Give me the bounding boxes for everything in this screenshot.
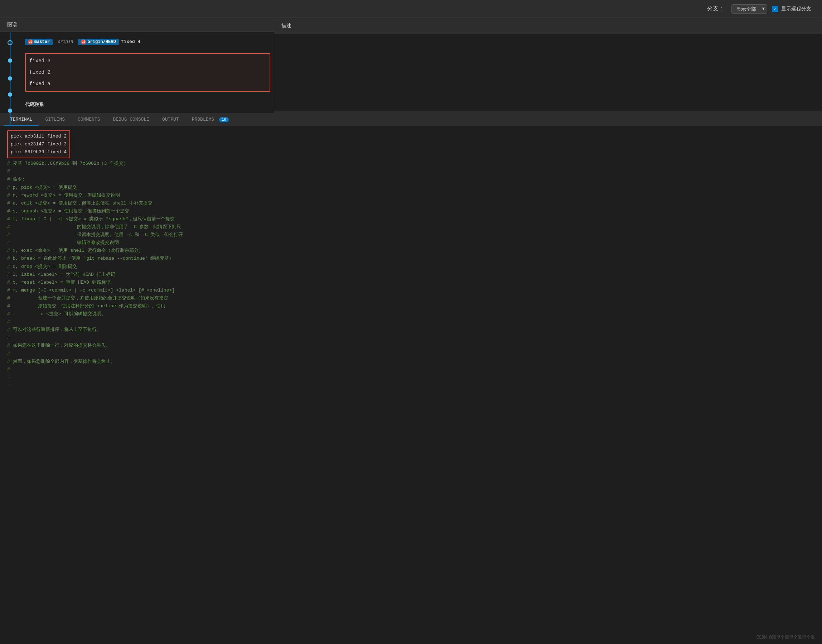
red-box-row-2[interactable]: fixed a bbox=[29, 78, 266, 89]
terminal-line-0: # 变基 7c6002b..86f9b39 到 7c6002b（3 个提交） bbox=[7, 160, 815, 168]
graph-content: ⎇ master origin ⎇ origin/HEAD fixed 4 bbox=[0, 32, 274, 113]
svg-point-3 bbox=[8, 76, 12, 81]
desc-col-header: 描述 bbox=[274, 18, 822, 34]
svg-point-5 bbox=[8, 109, 12, 113]
terminal-line-22: # bbox=[7, 334, 815, 342]
terminal-line-15: # t, reset <label> = 重置 HEAD 到该标记 bbox=[7, 279, 815, 287]
terminal-line-14: # l, label <label> = 为当前 HEAD 打上标记 bbox=[7, 271, 815, 279]
terminal-panel: TERMINAL GITLENS COMMENTS DEBUG CONSOLE … bbox=[0, 111, 822, 644]
graph-col-header: 图谱 bbox=[0, 18, 274, 32]
terminal-line-12: # b, break = 在此处停止（使用 'git rebase --cont… bbox=[7, 255, 815, 262]
tab-comments[interactable]: COMMENTS bbox=[71, 114, 106, 126]
terminal-line-19: # . -c <提交> 可以编辑提交说明。 bbox=[7, 310, 815, 318]
remote-branch-label: 显示远程分支 bbox=[781, 6, 811, 12]
git-icon-origin: ⎇ bbox=[81, 39, 86, 44]
terminal-line-26: # bbox=[7, 366, 815, 374]
terminal-red-line-2: pick 86f9b39 fixed 4 bbox=[11, 148, 67, 156]
terminal-line-8: # 的提交说明，除非使用了 -C 参数，此情况下则只 bbox=[7, 223, 815, 231]
badge-origin-head: ⎇ origin/HEAD bbox=[78, 39, 118, 45]
commit-message-fixeda: fixed a bbox=[29, 81, 51, 87]
commit-message-fixed3: fixed 3 bbox=[29, 58, 51, 64]
checkbox-icon[interactable]: ✓ bbox=[772, 6, 778, 12]
branch-label: 分支： bbox=[707, 5, 724, 12]
terminal-line-10: # 编辑器修改提交说明 bbox=[7, 239, 815, 247]
terminal-line-25: # 然而，如果您删除全部内容，变基操作将会终止。 bbox=[7, 358, 815, 366]
branch-select[interactable]: 显示全部 bbox=[732, 4, 767, 14]
terminal-line-4: # r, reword <提交> = 使用提交，但编辑提交说明 bbox=[7, 192, 815, 199]
graph-section: 图谱 bbox=[0, 18, 274, 111]
badge-origin: origin bbox=[55, 39, 76, 45]
terminal-line-20: # bbox=[7, 318, 815, 326]
terminal-red-line-1: pick eb23147 fixed 3 bbox=[11, 140, 67, 148]
tab-problems[interactable]: PROBLEMS 19 bbox=[185, 114, 235, 126]
svg-point-2 bbox=[8, 58, 12, 63]
terminal-line-11: # x, exec <命令> = 使用 shell 运行命令（此行剩余部分） bbox=[7, 247, 815, 255]
top-toolbar: 分支： 显示全部 ▼ ✓ 显示远程分支 bbox=[0, 0, 822, 18]
red-box-row-0[interactable]: fixed 3 bbox=[29, 55, 266, 67]
graph-row-code[interactable]: 代码联系 bbox=[21, 96, 274, 113]
graph-svg bbox=[0, 32, 21, 125]
terminal-line-9: # 保留本提交说明。使用 -c 和 -C 类似，但会打开 bbox=[7, 231, 815, 239]
desc-section: 描述 bbox=[274, 18, 822, 111]
terminal-line-27: ~ bbox=[7, 374, 815, 382]
graph-header-label: 图谱 bbox=[7, 21, 17, 28]
commit-message-fixed2: fixed 2 bbox=[29, 69, 51, 75]
branch-select-wrapper: 显示全部 ▼ bbox=[732, 4, 765, 14]
terminal-line-3: # p, pick <提交> = 使用提交 bbox=[7, 184, 815, 192]
watermark: CSDN @浪里个浪里个浪里个浪 bbox=[756, 634, 815, 641]
terminal-content[interactable]: pick acb3111 fixed 2 pick eb23147 fixed … bbox=[0, 126, 822, 644]
commit-message-fixed4: fixed 4 bbox=[121, 39, 141, 44]
terminal-line-24: # bbox=[7, 350, 815, 358]
badge-master: ⎇ master bbox=[25, 39, 53, 45]
terminal-line-16: # m, merge [-C <commit> | -c <commit>] <… bbox=[7, 287, 815, 294]
remote-branch-check: ✓ 显示远程分支 bbox=[772, 6, 811, 12]
red-box-graph: fixed 3 fixed 2 fixed a bbox=[25, 53, 270, 92]
terminal-line-5: # e, edit <提交> = 使用提交，但停止以便在 shell 中补充提交 bbox=[7, 199, 815, 207]
terminal-line-6: # s, squash <提交> = 使用提交，但挤压到前一个提交 bbox=[7, 207, 815, 215]
terminal-line-17: # . 创建一个合并提交，并使用原始的合并提交说明（如果没有指定 bbox=[7, 294, 815, 302]
tab-gitlens[interactable]: GITLENS bbox=[39, 114, 71, 126]
badge-area: ⎇ master origin ⎇ origin/HEAD fixed 4 bbox=[25, 39, 270, 45]
terminal-line-2: # 命令: bbox=[7, 175, 815, 183]
terminal-red-box: pick acb3111 fixed 2 pick eb23147 fixed … bbox=[7, 130, 70, 158]
terminal-line-13: # d, drop <提交> = 删除提交 bbox=[7, 263, 815, 271]
terminal-line-28: ~ bbox=[7, 382, 815, 389]
tab-debug-console[interactable]: DEBUG CONSOLE bbox=[106, 114, 155, 126]
terminal-line-1: # bbox=[7, 168, 815, 175]
git-icon: ⎇ bbox=[28, 39, 33, 44]
red-box-row-1[interactable]: fixed 2 bbox=[29, 67, 266, 78]
tab-output[interactable]: OUTPUT bbox=[156, 114, 185, 126]
problems-badge: 19 bbox=[219, 117, 229, 122]
main-area: 图谱 bbox=[0, 18, 822, 644]
terminal-lines-container: # 变基 7c6002b..86f9b39 到 7c6002b（3 个提交）##… bbox=[7, 160, 815, 389]
tab-bar: TERMINAL GITLENS COMMENTS DEBUG CONSOLE … bbox=[0, 111, 822, 126]
svg-point-4 bbox=[8, 92, 12, 97]
desc-content bbox=[274, 34, 822, 111]
desc-header-label: 描述 bbox=[282, 23, 291, 29]
terminal-red-line-0: pick acb3111 fixed 2 bbox=[11, 132, 67, 140]
terminal-line-23: # 如果您在这里删除一行，对应的提交将会丢失。 bbox=[7, 342, 815, 350]
graph-panel: 图谱 bbox=[0, 18, 822, 111]
terminal-line-21: # 可以对这些行重新排序，将从上至下执行。 bbox=[7, 326, 815, 334]
graph-entries: ⎇ master origin ⎇ origin/HEAD fixed 4 bbox=[0, 32, 274, 113]
commit-message-code: 代码联系 bbox=[25, 101, 44, 108]
terminal-line-7: # f, fixup [-C | -c] <提交> = 类似于 "squash"… bbox=[7, 215, 815, 223]
terminal-line-18: # . 原始提交，使用注释部分的 oneline 作为提交说明）。使用 bbox=[7, 302, 815, 310]
graph-row-fixed4[interactable]: ⎇ master origin ⎇ origin/HEAD fixed 4 bbox=[21, 32, 274, 52]
